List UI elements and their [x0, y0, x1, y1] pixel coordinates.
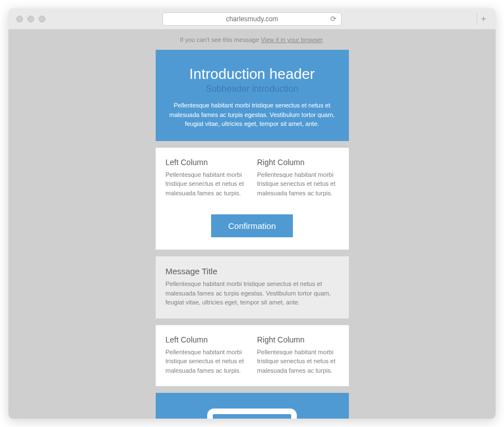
right-column-1-title: Right Column: [257, 158, 339, 167]
close-icon[interactable]: [16, 16, 23, 22]
right-column-2: Right Column Pellentesque habitant morbi…: [257, 335, 339, 376]
left-column-1-title: Left Column: [166, 158, 248, 167]
left-column-2-title: Left Column: [166, 335, 248, 344]
confirmation-button[interactable]: Confirmation: [211, 214, 292, 237]
right-column-1-body: Pellentesque habitant morbi tristique se…: [257, 170, 339, 198]
browser-window: charlesmudy.com ⟳ + If you can't see thi…: [8, 8, 496, 419]
device-icon: [207, 409, 297, 419]
right-column-2-body: Pellentesque habitant morbi tristique se…: [257, 348, 339, 376]
message-section: Message Title Pellentesque habitant morb…: [156, 256, 349, 318]
preheader-prefix: If you can't see this message: [180, 36, 261, 43]
url-text: charlesmudy.com: [226, 15, 278, 23]
email-body: Introduction header Subheader introducti…: [156, 50, 349, 419]
hero-title: Introduction header: [168, 65, 337, 83]
message-body: Pellentesque habitant morbi tristique se…: [166, 279, 339, 307]
left-column-2-body: Pellentesque habitant morbi tristique se…: [166, 348, 248, 376]
preheader-suffix: .: [323, 36, 324, 43]
two-column-section-1: Left Column Pellentesque habitant morbi …: [156, 148, 349, 209]
message-title: Message Title: [166, 266, 339, 276]
bottom-visual: [156, 393, 349, 419]
new-tab-button[interactable]: +: [477, 13, 490, 25]
cta-wrap: Confirmation: [156, 209, 349, 250]
hero-body: Pellentesque habitant morbi tristique se…: [168, 101, 337, 129]
left-column-1: Left Column Pellentesque habitant morbi …: [166, 158, 248, 198]
left-column-2: Left Column Pellentesque habitant morbi …: [166, 335, 248, 376]
maximize-icon[interactable]: [39, 16, 45, 22]
hero-subtitle: Subheader introduction: [168, 84, 337, 94]
right-column-1: Right Column Pellentesque habitant morbi…: [257, 158, 339, 198]
viewport: If you can't see this message View it in…: [8, 30, 496, 419]
view-in-browser-link[interactable]: View it in your browser: [261, 36, 323, 43]
traffic-lights: [16, 16, 45, 22]
titlebar: charlesmudy.com ⟳ +: [8, 8, 496, 30]
two-column-section-2: Left Column Pellentesque habitant morbi …: [156, 325, 349, 387]
left-column-1-body: Pellentesque habitant morbi tristique se…: [166, 170, 248, 198]
hero-section: Introduction header Subheader introducti…: [156, 50, 349, 141]
right-column-2-title: Right Column: [257, 335, 339, 344]
refresh-icon[interactable]: ⟳: [330, 15, 337, 22]
preheader: If you can't see this message View it in…: [180, 36, 324, 43]
url-bar[interactable]: charlesmudy.com ⟳: [162, 12, 342, 26]
minimize-icon[interactable]: [27, 16, 34, 22]
